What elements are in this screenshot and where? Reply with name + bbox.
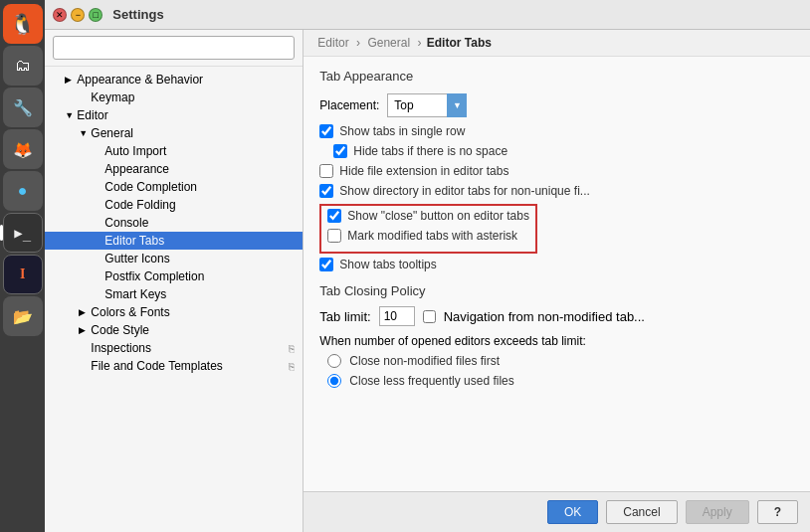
tab-appearance-title: Tab Appearance — [319, 69, 794, 84]
highlighted-checkboxes-box: Show "close" button on editor tabs Mark … — [319, 204, 537, 254]
breadcrumb-sep1: › — [356, 36, 363, 50]
dock-ubuntu[interactable]: 🐧 — [3, 4, 43, 44]
tree-item-colors-fonts[interactable]: ▶ Colors & Fonts — [45, 303, 303, 321]
file-templates-icon: ⎘ — [289, 361, 295, 372]
tree-item-smart-keys[interactable]: Smart Keys — [45, 285, 303, 303]
nav-non-modified-checkbox[interactable] — [423, 310, 436, 323]
close-button[interactable]: ✕ — [53, 8, 67, 22]
search-input[interactable] — [53, 36, 295, 60]
dock-tools[interactable]: 🔧 — [3, 88, 43, 127]
tree-item-editor[interactable]: ▼ Editor — [45, 106, 303, 124]
breadcrumb-part2: General — [367, 36, 410, 50]
apply-button[interactable]: Apply — [686, 500, 749, 524]
dock-terminal[interactable]: ▶_ — [3, 213, 43, 253]
ok-button[interactable]: OK — [547, 500, 598, 524]
checkbox-hide-extension: Hide file extension in editor tabs — [319, 164, 794, 178]
tree-item-code-style[interactable]: ▶ Code Style — [45, 321, 303, 339]
dock-idea[interactable]: I — [3, 255, 43, 294]
mark-modified-checkbox[interactable] — [327, 229, 341, 243]
dock-folder[interactable]: 📂 — [3, 296, 43, 336]
breadcrumb: Editor › General › Editor Tabs — [304, 30, 810, 57]
tree-item-inspections[interactable]: Inspections ⎘ — [45, 339, 303, 357]
hide-extension-label: Hide file extension in editor tabs — [339, 164, 508, 178]
search-bar — [45, 30, 303, 67]
footer: OK Cancel Apply ? — [304, 491, 810, 532]
close-non-modified-radio[interactable] — [327, 354, 341, 368]
cancel-button[interactable]: Cancel — [606, 500, 677, 524]
close-non-modified-label: Close non-modified files first — [349, 354, 500, 368]
help-button[interactable]: ? — [757, 500, 798, 524]
minimize-button[interactable]: − — [71, 8, 85, 22]
show-single-row-label: Show tabs in single row — [339, 124, 465, 138]
close-less-frequent-radio[interactable] — [327, 374, 341, 388]
titlebar-buttons: ✕ − □ — [53, 8, 102, 22]
tree-item-gutter-icons[interactable]: Gutter Icons — [45, 250, 303, 267]
tree-item-auto-import[interactable]: Auto Import — [45, 142, 303, 160]
maximize-button[interactable]: □ — [89, 8, 102, 22]
placement-row: Placement: Top Bottom Left Right ▼ — [319, 93, 794, 117]
right-panel: Editor › General › Editor Tabs Tab Appea… — [304, 30, 810, 532]
tree-item-console[interactable]: Console — [45, 214, 303, 232]
show-close-checkbox[interactable] — [327, 209, 341, 223]
tree-item-code-folding[interactable]: Code Folding — [45, 196, 303, 214]
content-area: Tab Appearance Placement: Top Bottom Lef… — [304, 57, 810, 491]
dock-files[interactable]: 🗂 — [3, 46, 43, 86]
checkbox-mark-modified: Mark modified tabs with asterisk — [327, 229, 529, 243]
dock-chrome[interactable]: ● — [3, 171, 43, 211]
when-exceeds-label: When number of opened editors exceeds ta… — [319, 334, 794, 348]
tree-item-general[interactable]: ▼ General — [45, 124, 303, 142]
nav-non-modified-label: Navigation from non-modified tab... — [444, 309, 645, 324]
tree-item-keymap[interactable]: Keymap — [45, 89, 303, 106]
hide-extension-checkbox[interactable] — [319, 164, 333, 178]
tab-limit-label: Tab limit: — [319, 309, 370, 324]
checkbox-show-tooltips: Show tabs tooltips — [319, 258, 794, 271]
tree-item-appearance-behavior[interactable]: ▶ Appearance & Behavior — [45, 71, 303, 89]
radio-close-less-frequent: Close less frequently used files — [327, 374, 794, 388]
inspections-icon: ⎘ — [289, 343, 295, 354]
placement-select-container: Top Bottom Left Right ▼ — [387, 93, 467, 117]
settings-sidebar: ▶ Appearance & Behavior Keymap ▼ Editor — [45, 30, 304, 532]
settings-tree: ▶ Appearance & Behavior Keymap ▼ Editor — [45, 67, 303, 532]
show-directory-label: Show directory in editor tabs for non-un… — [339, 184, 589, 198]
close-less-frequent-label: Close less frequently used files — [349, 374, 513, 388]
settings-window: ✕ − □ Settings ▶ Appearance & Behavior — [45, 0, 810, 532]
hide-no-space-checkbox[interactable] — [333, 144, 347, 158]
show-close-label: Show "close" button on editor tabs — [347, 209, 529, 223]
tab-closing-title: Tab Closing Policy — [319, 283, 794, 298]
tree-item-editor-tabs[interactable]: Editor Tabs — [45, 232, 303, 250]
breadcrumb-part1: Editor — [317, 36, 348, 50]
window-title: Settings — [112, 7, 163, 22]
checkbox-show-close: Show "close" button on editor tabs — [327, 209, 529, 223]
tab-limit-row: Tab limit: Navigation from non-modified … — [319, 306, 794, 326]
checkbox-hide-no-space: Hide tabs if there is no space — [333, 144, 794, 158]
show-tooltips-checkbox[interactable] — [319, 258, 333, 271]
mark-modified-label: Mark modified tabs with asterisk — [347, 229, 517, 243]
checkbox-show-directory: Show directory in editor tabs for non-un… — [319, 184, 794, 198]
radio-close-non-modified: Close non-modified files first — [327, 354, 794, 368]
placement-label: Placement: — [319, 98, 379, 112]
tree-item-appearance[interactable]: Appearance — [45, 160, 303, 178]
hide-no-space-label: Hide tabs if there is no space — [353, 144, 507, 158]
show-directory-checkbox[interactable] — [319, 184, 333, 198]
titlebar: ✕ − □ Settings — [45, 0, 810, 30]
checkbox-show-single-row: Show tabs in single row — [319, 124, 794, 138]
placement-select[interactable]: Top Bottom Left Right — [387, 93, 467, 117]
arrow-icon: ▶ — [65, 75, 77, 85]
show-single-row-checkbox[interactable] — [319, 124, 333, 138]
show-tooltips-label: Show tabs tooltips — [339, 258, 436, 271]
tree-item-file-templates[interactable]: File and Code Templates ⎘ — [45, 357, 303, 375]
dock-firefox[interactable]: 🦊 — [3, 129, 43, 169]
tree-item-postfix-completion[interactable]: Postfix Completion — [45, 267, 303, 285]
tree-item-code-completion[interactable]: Code Completion — [45, 178, 303, 196]
breadcrumb-current: Editor Tabs — [427, 36, 492, 50]
breadcrumb-sep2: › — [417, 36, 424, 50]
ubuntu-dock: 🐧 🗂 🔧 🦊 ● ▶_ I 📂 — [0, 0, 45, 532]
tab-limit-input[interactable] — [379, 306, 415, 326]
